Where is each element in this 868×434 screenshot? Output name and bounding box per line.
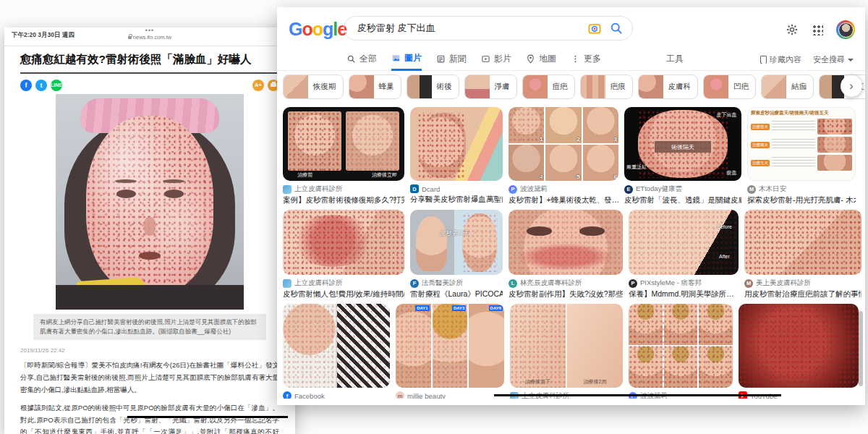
search-input[interactable]: 皮秒雷射 皮下出血: [344, 16, 633, 41]
image-icon: [391, 54, 401, 63]
settings-gear-icon[interactable]: [786, 23, 799, 36]
result-thumbnail[interactable]: 探索皮秒治療當天/術後兩天/術後五天 治療當天 治療兩天 治療五天: [747, 107, 856, 181]
article-paragraph: 〔即時新聞/綜合報導〕愛美不怕皮肉痛!有網友今(26日)在臉書社團「爆料公社」發…: [20, 359, 279, 396]
site-favicon: M: [747, 185, 756, 194]
image-result[interactable]: M美上美皮膚科診所 用皮秒雷射治療痘疤前該了解的事情有那些?莊盈彥醫…: [744, 210, 861, 299]
news-icon: [436, 54, 446, 64]
site-favicon: [283, 185, 292, 194]
filter-chips-row: 恢復期 蜂巢 術後 淨膚 痘疤 疤痕 皮膚科 凹疤 結痂 泛紅 打雷射 ›: [277, 71, 865, 103]
image-result[interactable]: BeforeAfter PPIXstyleMe - 痞客邦 保養】Mdmmd.明…: [629, 210, 739, 299]
result-thumbnail[interactable]: 治療後當下 治療後2周: [510, 304, 623, 388]
result-thumbnail[interactable]: 1 2 3 4 5 6: [509, 107, 618, 181]
chip-recovery[interactable]: 恢復期: [283, 75, 344, 99]
search-icon[interactable]: [609, 21, 624, 35]
article-date: 2019/11/26 22:42: [20, 347, 279, 354]
chip-thumb: [581, 75, 605, 99]
chip-thumb: [465, 75, 490, 99]
image-result[interactable]: 1 2 3 4 5 6 P波波黛莉 皮秒雷射】+蜂巢術後太乾、發…: [509, 107, 618, 205]
chip-scab[interactable]: 結痂: [761, 75, 814, 99]
result-thumbnail[interactable]: [629, 304, 733, 388]
chip-postop[interactable]: 術後: [407, 75, 459, 99]
account-avatar[interactable]: [836, 20, 855, 39]
chip-pitscar[interactable]: 凹疤: [703, 75, 756, 99]
result-thumbnail[interactable]: [744, 210, 861, 275]
image-result[interactable]: 探索皮秒治療當天/術後兩天/術後五天 治療當天 治療兩天 治療五天 M木木日安 …: [747, 107, 856, 205]
tab-more[interactable]: 更多: [571, 48, 601, 71]
result-thumbnail[interactable]: [283, 304, 390, 388]
tab-all[interactable]: 全部: [346, 48, 377, 71]
chips-scroll-right-button[interactable]: ›: [841, 75, 862, 97]
image-result[interactable]: fFacebook 皮秒雷射術後分享…: [283, 304, 390, 399]
line-share-icon[interactable]: LINE: [51, 80, 62, 91]
chip-scar[interactable]: 疤痕: [580, 75, 633, 99]
site-favicon: [283, 279, 292, 288]
safari-article-window: 下午2:20 3月30日 週四 ••• news.ltn.com.tw ⟳ ≋ …: [4, 27, 295, 434]
facebook-share-icon[interactable]: f: [20, 80, 32, 91]
tab-images[interactable]: 圖片: [391, 48, 422, 71]
image-result[interactable]: DDcard 分享醫美皮秒雷射爆血萬聖節 - 醫美板 | Dc…: [410, 107, 503, 205]
site-favicon: m: [396, 391, 404, 399]
safesearch-link[interactable]: 安全搜尋: [813, 54, 854, 65]
more-dots-icon: [571, 54, 580, 64]
site-favicon: L: [509, 279, 517, 288]
font-size-button[interactable]: A+: [252, 80, 264, 91]
lens-camera-icon[interactable]: [587, 21, 602, 35]
chip-honeycomb[interactable]: 蜂巢: [349, 75, 401, 99]
chip-thumb: [349, 75, 374, 99]
image-result[interactable]: YouTube 皮秒蜂巢雷射術後分享…: [739, 304, 859, 399]
divider-line: [494, 394, 781, 396]
image-result[interactable]: 治療前 治療後立即 上立皮膚科診所 案例】皮秒雷射術後修復期多久?打完一定都會…: [283, 107, 404, 205]
chip-acnescar[interactable]: 痘疤: [522, 75, 575, 99]
image-result[interactable]: 皮秒第二天 F法喬醫美診所 雷射療程《Laura》PICOCARE…: [410, 210, 503, 299]
search-query[interactable]: 皮秒雷射 皮下出血: [357, 22, 587, 35]
article-paragraph: 根據該則貼文,從原PO的術後照中可見原PO的臉部皮膚有大量的小傷口在「滲血」。對…: [20, 402, 279, 434]
bookmark-icon: [760, 56, 767, 64]
result-thumbnail[interactable]: BeforeAfter: [629, 210, 739, 275]
result-thumbnail[interactable]: [283, 210, 404, 275]
image-result[interactable]: L林亮辰皮膚專科診所 皮秒雷射副作用】失敗?沒效?那些不盡人意…: [509, 210, 623, 299]
collections-link[interactable]: 珍藏內容: [760, 54, 801, 65]
image-result[interactable]: 上立皮膚科診所 皮秒雷射懶人包!費用/效果/維持時間/術後保養全解析…: [283, 210, 404, 299]
tab-maps[interactable]: 地圖: [526, 48, 556, 71]
strike-line: [127, 416, 288, 418]
address-bar[interactable]: news.ltn.com.tw: [128, 34, 171, 41]
site-favicon: D: [410, 184, 419, 193]
chip-thumb: [762, 75, 786, 99]
chip-cleanskin[interactable]: 淨膚: [464, 75, 517, 99]
result-thumbnail[interactable]: DAY1 DAY3 DAY6: [396, 304, 504, 388]
result-thumbnail[interactable]: 皮秒第二天: [410, 210, 503, 275]
chip-dermatology[interactable]: 皮膚科: [638, 75, 699, 99]
map-pin-icon: [526, 54, 535, 64]
tools-button[interactable]: 工具: [666, 48, 684, 71]
article-hero-photo: [56, 94, 244, 310]
scrollbar-thumb[interactable]: [859, 311, 863, 386]
chip-thumb: [407, 75, 432, 99]
image-result[interactable]: 術後隔天 皮下出血 嚴重泛紅 瘀血 EETtoday健康雲 皮秒雷射「波長、透鏡…: [624, 107, 741, 205]
google-logo[interactable]: Google: [289, 19, 346, 40]
search-icon: [346, 54, 356, 64]
video-icon: [481, 54, 490, 64]
site-favicon: E: [624, 185, 633, 194]
tab-videos[interactable]: 影片: [481, 48, 511, 71]
result-thumbnail[interactable]: [509, 210, 623, 275]
safari-status-bar: 下午2:20 3月30日 週四 ••• news.ltn.com.tw ⟳ ≋: [4, 27, 295, 46]
image-result[interactable]: DAY1 DAY3 DAY6 mmillie beauty 皮秒蜂巢雷射心得…: [396, 304, 504, 399]
result-thumbnail[interactable]: 術後隔天 皮下出血 嚴重泛紅 瘀血: [624, 107, 741, 181]
tab-news[interactable]: 新聞: [436, 48, 467, 71]
result-thumbnail[interactable]: [739, 304, 859, 388]
twitter-share-icon[interactable]: t: [35, 80, 47, 91]
image-result[interactable]: P波波黛莉 皮秒雷射】+蜂巢術後太乾…: [629, 304, 733, 399]
site-favicon: F: [410, 279, 419, 288]
google-apps-icon[interactable]: [812, 24, 823, 35]
site-favicon: f: [283, 391, 292, 399]
photo-caption: 有網友上網分享自己施打醫美雷射後的術後照,照片上清楚可見其面膜底下的臉部肌膚有著…: [33, 314, 266, 340]
tab-overview-icon[interactable]: •••: [4, 28, 295, 33]
result-thumbnail[interactable]: 治療前 治療後立即: [283, 107, 404, 181]
lock-icon: [128, 36, 132, 39]
result-thumbnail[interactable]: [410, 107, 503, 181]
image-result[interactable]: 治療後當下 治療後2周 上立皮膚科診所 案例】皮秒雷射術後修復期…: [510, 304, 623, 399]
site-favicon: M: [744, 279, 753, 288]
google-images-window: Google 皮秒雷射 皮下出血 全部 圖片 新聞 影片 地圖 更多 工具 珍藏…: [277, 7, 865, 405]
site-favicon: P: [509, 185, 517, 194]
chip-thumb: [523, 75, 548, 99]
